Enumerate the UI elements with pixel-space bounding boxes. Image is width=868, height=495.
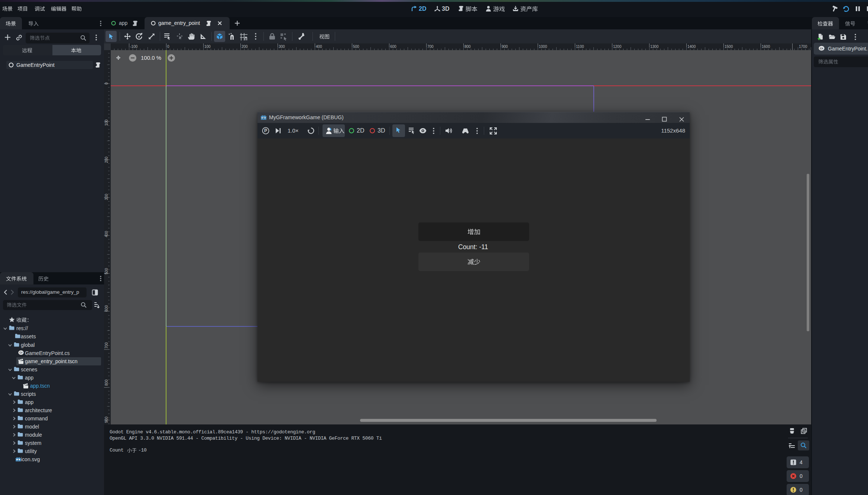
svg-text:C#: C# [820,47,823,50]
svg-text:P: P [264,128,267,133]
svg-text:C#: C# [19,351,23,354]
